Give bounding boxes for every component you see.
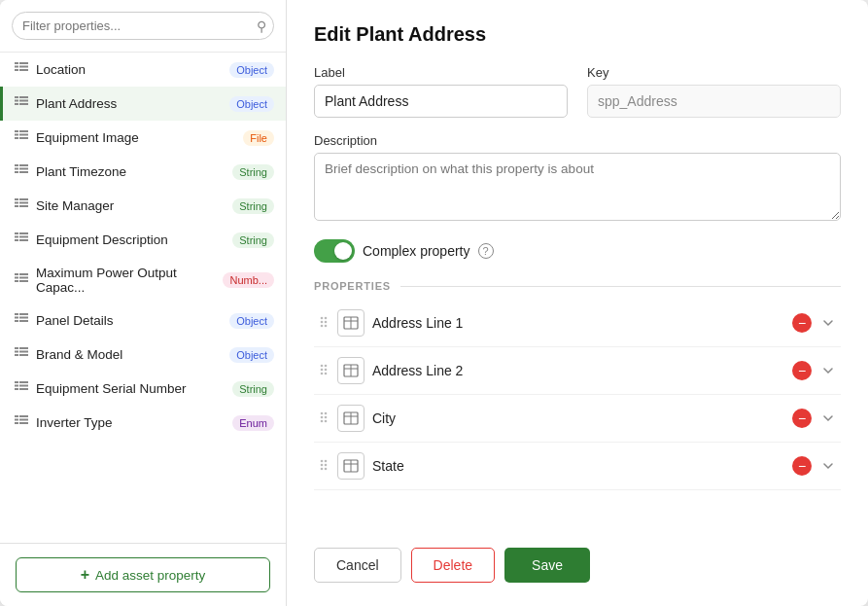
description-textarea[interactable]	[314, 153, 841, 221]
svg-rect-13	[15, 134, 18, 136]
add-asset-button[interactable]: + Add asset property	[16, 557, 270, 592]
svg-rect-2	[15, 69, 18, 71]
sidebar-item-label: Panel Details	[36, 313, 229, 328]
svg-rect-51	[19, 347, 28, 349]
list-icon	[15, 197, 28, 214]
property-row: Address Line 1−	[314, 300, 841, 347]
label-field-label: Label	[314, 65, 568, 80]
save-button[interactable]: Save	[504, 548, 590, 583]
drag-handle-icon[interactable]	[318, 363, 330, 379]
sidebar-item-label: Equipment Image	[36, 130, 243, 145]
key-group: Key	[587, 65, 841, 118]
svg-rect-15	[19, 130, 28, 132]
svg-rect-27	[19, 198, 28, 200]
type-badge: Enum	[232, 415, 274, 431]
svg-rect-56	[15, 388, 18, 390]
list-icon	[15, 61, 28, 78]
plus-icon: +	[81, 566, 89, 584]
type-badge: File	[243, 130, 274, 146]
property-type-icon	[337, 452, 365, 480]
svg-rect-36	[15, 273, 18, 275]
sidebar-search-area: ⚲	[0, 0, 286, 53]
svg-rect-57	[19, 381, 28, 383]
sidebar-item-label: Location	[36, 62, 229, 77]
svg-point-88	[321, 419, 324, 422]
expand-property-button[interactable]	[819, 457, 837, 475]
svg-rect-5	[19, 69, 28, 71]
sidebar-item-equipment-image[interactable]: Equipment ImageFile	[0, 121, 286, 155]
label-input[interactable]	[314, 85, 568, 118]
sidebar-list: LocationObjectPlant AddressObjectEquipme…	[0, 53, 286, 543]
type-badge: Object	[229, 313, 274, 329]
cancel-button[interactable]: Cancel	[314, 548, 401, 583]
help-icon[interactable]: ?	[478, 243, 494, 259]
remove-property-button[interactable]: −	[792, 409, 812, 428]
svg-point-93	[321, 459, 324, 462]
svg-point-87	[325, 415, 328, 418]
svg-rect-31	[15, 236, 18, 238]
svg-rect-0	[15, 62, 18, 64]
drag-handle-icon[interactable]	[318, 458, 330, 475]
drag-handle-icon[interactable]	[318, 315, 330, 332]
description-label: Description	[314, 133, 841, 148]
sidebar-item-label: Maximum Power Output Capac...	[36, 266, 223, 295]
svg-rect-32	[15, 239, 18, 241]
svg-rect-18	[15, 164, 18, 166]
svg-point-79	[321, 372, 324, 374]
svg-rect-63	[19, 415, 28, 417]
property-name: Address Line 2	[372, 363, 784, 378]
expand-property-button[interactable]	[819, 410, 837, 427]
key-input[interactable]	[587, 85, 841, 118]
description-group: Description	[314, 133, 841, 224]
sidebar-item-location[interactable]: LocationObject	[0, 53, 286, 87]
sidebar-item-equipment-description[interactable]: Equipment DescriptionString	[0, 223, 286, 257]
sidebar-item-inverter-type[interactable]: Inverter TypeEnum	[0, 406, 286, 440]
drag-handle-icon[interactable]	[318, 410, 330, 427]
svg-rect-58	[19, 385, 28, 387]
sidebar-item-plant-timezone[interactable]: Plant TimezoneString	[0, 155, 286, 189]
svg-point-66	[321, 316, 324, 319]
svg-point-70	[321, 324, 324, 327]
svg-rect-46	[19, 317, 28, 319]
sidebar-item-label: Site Manager	[36, 198, 232, 213]
sidebar-item-equipment-serial[interactable]: Equipment Serial NumberString	[0, 372, 286, 406]
sidebar-item-brand-model[interactable]: Brand & ModelObject	[0, 338, 286, 372]
svg-rect-1	[15, 66, 18, 68]
sidebar-item-site-manager[interactable]: Site ManagerString	[0, 189, 286, 223]
type-badge: Object	[229, 96, 274, 112]
key-field-label: Key	[587, 65, 841, 80]
expand-property-button[interactable]	[819, 362, 837, 379]
add-asset-label: Add asset property	[95, 568, 205, 583]
list-icon	[15, 312, 28, 329]
panel-title: Edit Plant Address	[314, 23, 841, 46]
expand-property-button[interactable]	[819, 314, 837, 332]
sidebar-item-plant-address[interactable]: Plant AddressObject	[0, 87, 286, 121]
svg-rect-14	[15, 137, 18, 139]
sidebar-item-max-power[interactable]: Maximum Power Output Capac...Numb...	[0, 257, 286, 303]
svg-rect-61	[15, 419, 18, 421]
svg-rect-39	[19, 273, 28, 275]
type-badge: Object	[229, 62, 274, 78]
complex-toggle[interactable]	[314, 239, 355, 263]
svg-point-69	[325, 320, 328, 323]
remove-property-button[interactable]: −	[792, 313, 812, 333]
svg-point-78	[325, 368, 328, 371]
svg-point-76	[325, 364, 328, 367]
search-input[interactable]	[12, 12, 274, 40]
svg-rect-43	[15, 317, 18, 319]
svg-point-86	[321, 415, 324, 418]
svg-rect-48	[15, 347, 18, 349]
type-badge: String	[232, 198, 274, 214]
remove-property-button[interactable]: −	[792, 456, 812, 476]
svg-rect-26	[15, 205, 18, 207]
sidebar-item-panel-details[interactable]: Panel DetailsObject	[0, 303, 286, 338]
svg-rect-23	[19, 171, 28, 173]
svg-rect-11	[19, 103, 28, 105]
properties-divider	[400, 286, 841, 287]
svg-rect-21	[19, 164, 28, 166]
svg-rect-8	[15, 103, 18, 105]
property-name: City	[372, 410, 784, 426]
remove-property-button[interactable]: −	[792, 361, 812, 380]
svg-rect-38	[15, 280, 18, 282]
delete-button[interactable]: Delete	[411, 548, 495, 583]
